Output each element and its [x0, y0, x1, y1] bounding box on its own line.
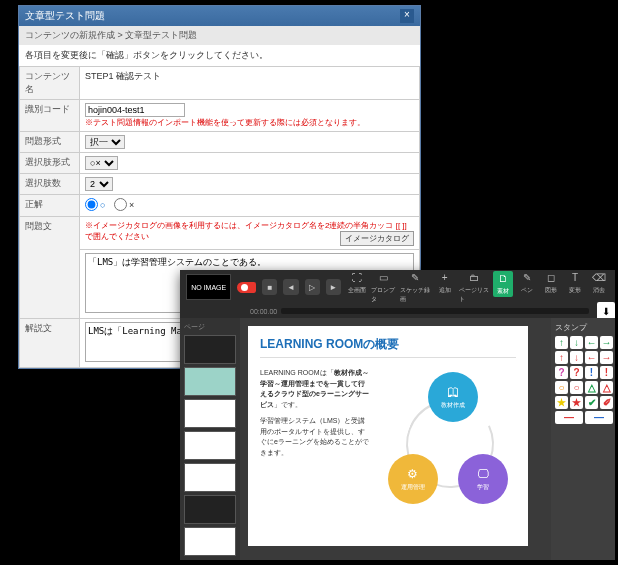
- stamp-item[interactable]: ←: [585, 351, 598, 364]
- thumbnail-panel: ページ: [180, 318, 240, 560]
- stamp-item[interactable]: ✔: [585, 396, 598, 409]
- dialog-title: 文章型テスト問題: [25, 9, 105, 23]
- tool-icon: ✎: [408, 271, 422, 285]
- prev-button[interactable]: ◄: [283, 279, 298, 295]
- tool-icon: ⛶: [350, 271, 364, 285]
- dialog-instruction: 各項目を変更後に「確認」ボタンをクリックしてください。: [19, 45, 420, 66]
- stamp-item[interactable]: ↑: [555, 336, 568, 349]
- stamps-header: スタンプ: [555, 322, 611, 333]
- label-q-body: 問題文: [20, 217, 80, 319]
- stamp-item[interactable]: ★: [570, 396, 583, 409]
- tool-label: プロンプタ: [371, 286, 396, 304]
- slide-canvas: LEARNING ROOMの概要 LEARNING ROOMは「教材作成～学習～…: [240, 318, 551, 560]
- opt-format-select[interactable]: ○×: [85, 156, 118, 170]
- thumb-1[interactable]: [184, 335, 236, 364]
- stamp-item[interactable]: ?: [555, 366, 568, 379]
- stamp-item[interactable]: →: [600, 336, 613, 349]
- thumb-5[interactable]: [184, 463, 236, 492]
- tool-プロンプタ[interactable]: ▭プロンプタ: [371, 271, 396, 304]
- tool-ペン[interactable]: ✎ペン: [517, 271, 537, 295]
- tool-icon: ⌫: [592, 271, 606, 285]
- value-contents-name: STEP1 確認テスト: [80, 67, 420, 100]
- thumb-6[interactable]: [184, 495, 236, 524]
- slide-text: LEARNING ROOMは「教材作成～学習～運用管理までを一貫して行えるクラウ…: [260, 368, 372, 518]
- stop-button[interactable]: ■: [262, 279, 277, 295]
- tool-ページリスト[interactable]: 🗀ページリスト: [459, 271, 489, 304]
- answer-radio-o[interactable]: ○: [85, 198, 105, 211]
- tool-素材[interactable]: 🗋素材: [493, 271, 513, 297]
- tool-icon: ◻: [544, 271, 558, 285]
- record-button[interactable]: [237, 282, 256, 293]
- circle-manage: ⚙運用管理: [388, 454, 438, 504]
- thumb-7[interactable]: [184, 527, 236, 556]
- label-answer: 正解: [20, 195, 80, 217]
- tool-label: ペン: [521, 286, 533, 295]
- stamp-item[interactable]: ↓: [570, 336, 583, 349]
- tool-スケッチ録画[interactable]: ✎スケッチ録画: [400, 271, 430, 304]
- circle-create: 🕮教材作成: [428, 372, 478, 422]
- slide-title: LEARNING ROOMの概要: [260, 336, 516, 358]
- slide-diagram: 🕮教材作成 ⚙運用管理 🖵学習: [380, 368, 516, 518]
- thumb-3[interactable]: [184, 399, 236, 428]
- stamp-item[interactable]: △: [600, 381, 613, 394]
- thumb-4[interactable]: [184, 431, 236, 460]
- next-button[interactable]: ►: [326, 279, 341, 295]
- tool-label: 図形: [545, 286, 557, 295]
- stamp-item[interactable]: !: [585, 366, 598, 379]
- id-code-warning: ※テスト問題情報のインポート機能を使って更新する際には必須となります。: [85, 117, 414, 128]
- q-format-select[interactable]: 択一: [85, 135, 125, 149]
- tool-icon: ✎: [520, 271, 534, 285]
- play-button[interactable]: ▷: [305, 279, 320, 295]
- timeline-track[interactable]: [281, 308, 589, 314]
- slide[interactable]: LEARNING ROOMの概要 LEARNING ROOMは「教材作成～学習～…: [248, 326, 528, 546]
- tool-label: 素材: [497, 287, 509, 296]
- label-contents-name: コンテンツ名: [20, 67, 80, 100]
- stamp-item[interactable]: ←: [585, 336, 598, 349]
- opt-count-select[interactable]: 2: [85, 177, 113, 191]
- tool-label: 変形: [569, 286, 581, 295]
- stamp-item[interactable]: ✐: [600, 396, 613, 409]
- camera-preview: NO IMAGE: [186, 274, 231, 300]
- answer-radio-x[interactable]: ×: [114, 198, 134, 211]
- monitor-icon: 🖵: [477, 467, 489, 481]
- gear-icon: ⚙: [407, 467, 418, 481]
- tool-label: 追加: [439, 286, 451, 295]
- timeline-bar: 00:00.00 ⬇: [180, 304, 615, 318]
- stamp-item[interactable]: ○: [570, 381, 583, 394]
- tool-変形[interactable]: T変形: [565, 271, 585, 295]
- id-code-input[interactable]: [85, 103, 185, 117]
- stamp-item[interactable]: △: [585, 381, 598, 394]
- editor-toolbar: NO IMAGE ■ ◄ ▷ ► ⛶全画面▭プロンプタ✎スケッチ録画+追加🗀ペー…: [180, 270, 615, 304]
- tool-図形[interactable]: ◻図形: [541, 271, 561, 295]
- tool-icon: +: [438, 271, 452, 285]
- tool-追加[interactable]: +追加: [435, 271, 455, 295]
- label-opt-format: 選択肢形式: [20, 153, 80, 174]
- stamp-item[interactable]: ↓: [570, 351, 583, 364]
- stamp-item[interactable]: ○: [555, 381, 568, 394]
- tool-全画面[interactable]: ⛶全画面: [347, 271, 367, 295]
- close-icon[interactable]: ×: [400, 9, 414, 23]
- stamp-item[interactable]: ?: [570, 366, 583, 379]
- stamp-item[interactable]: ★: [555, 396, 568, 409]
- circle-learn: 🖵学習: [458, 454, 508, 504]
- tool-icon: ▭: [376, 271, 390, 285]
- stamp-item[interactable]: !: [600, 366, 613, 379]
- stamp-item[interactable]: →: [600, 351, 613, 364]
- thumbs-header: ページ: [184, 322, 236, 332]
- tool-label: 全画面: [348, 286, 366, 295]
- book-icon: 🕮: [447, 385, 459, 399]
- stamp-item[interactable]: ↑: [555, 351, 568, 364]
- label-id-code: 識別コード: [20, 100, 80, 132]
- tool-label: 消去: [593, 286, 605, 295]
- dialog-header: 文章型テスト問題 ×: [19, 6, 420, 26]
- dialog-breadcrumb: コンテンツの新規作成 > 文章型テスト問題: [19, 26, 420, 45]
- label-opt-count: 選択肢数: [20, 174, 80, 195]
- stamp-item[interactable]: —: [585, 411, 613, 424]
- stamp-panel: スタンプ ↑↓←→↑↓←→??!!○○△△★★✔✐——: [551, 318, 615, 560]
- tool-消去[interactable]: ⌫消去: [589, 271, 609, 295]
- tool-icon: 🗀: [467, 271, 481, 285]
- stamp-item[interactable]: —: [555, 411, 583, 424]
- thumb-2[interactable]: [184, 367, 236, 396]
- tool-label: ページリスト: [459, 286, 489, 304]
- image-catalog-button[interactable]: イメージカタログ: [340, 231, 414, 246]
